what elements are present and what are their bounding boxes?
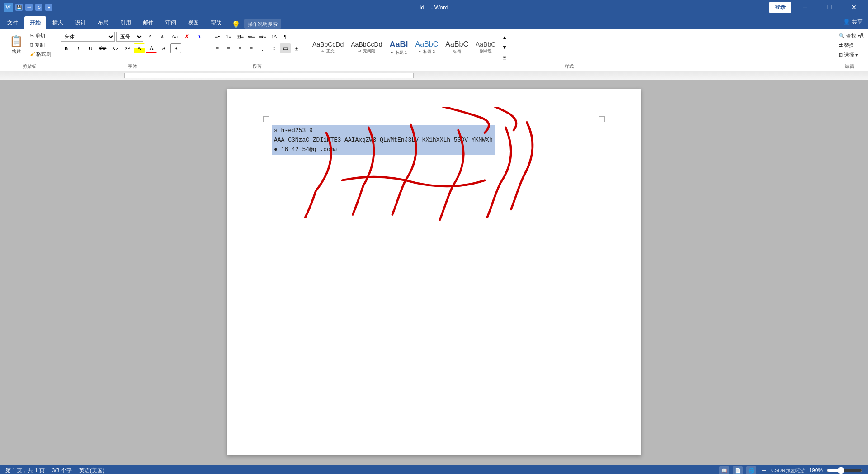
highlight-button[interactable]: A [134,43,145,53]
paste-icon: 📋 [9,35,23,47]
replace-button[interactable]: ⇄ 替换 [837,41,856,49]
style-h2-label: ↵ 标题 2 [419,49,435,55]
multilevel-list-button[interactable]: ⊞≡ [235,32,245,42]
superscript-button[interactable]: X² [122,43,132,53]
copy-button[interactable]: ⧉ 复制 [28,41,53,49]
web-view-button[interactable]: 🌐 [746,466,756,474]
columns-button[interactable]: ⫿ [257,43,268,53]
justify-button[interactable]: ≡ [246,43,257,53]
ribbon-right-area: 👤 共享 [843,18,868,26]
zoom-slider[interactable] [826,467,863,474]
align-center-button[interactable]: ≡ [223,43,234,53]
text-line1: s h-ed253 9 [274,126,493,136]
ruler [0,71,868,80]
underline-button[interactable]: U [85,43,96,53]
style-h1[interactable]: AaBl ↵ 标题 1 [387,39,411,57]
styles-scroll-up[interactable]: ▲ [499,33,510,43]
minimize-button[interactable]: ─ [795,0,816,14]
tab-file[interactable]: 文件 [2,16,24,29]
font-label: 字体 [128,63,137,70]
font-color-button[interactable]: A [146,43,157,53]
tab-design[interactable]: 设计 [70,16,91,29]
group-clipboard: 📋 粘贴 ✂ 剪切 ⧉ 复制 🖌 格式刷 [2,31,57,71]
sort-button[interactable]: ↕A [269,32,279,42]
read-view-button[interactable]: 📖 [719,466,729,474]
select-label: 选择 ▾ [844,52,858,58]
print-view-button[interactable]: 📄 [733,466,743,474]
styles-more[interactable]: ⊟ [499,52,510,62]
ribbon-top: 文件 开始 插入 设计 布局 引用 邮件 审阅 视图 帮助 💡 操作说明搜索 👤… [0,14,868,29]
help-lightbulb-icon[interactable]: 💡 [231,20,241,29]
customize-qat-button[interactable]: ▾ [45,4,52,11]
tab-home[interactable]: 开始 [24,16,46,29]
style-subtitle[interactable]: AaBbC 副标题 [473,40,498,55]
borders-button[interactable]: ⊞ [291,43,302,53]
text-effects-button[interactable]: A [193,32,204,42]
group-font: 宋体 五号 A A Aa ✗ A B I U abc X₂ [57,31,208,71]
login-button[interactable]: 登录 [769,2,791,13]
shrink-font-button[interactable]: A [157,32,168,42]
show-formatting-button[interactable]: ¶ [280,32,291,42]
document-page[interactable]: s h-ed253 9 AAA C3NzaC ZDI1NTE3 AAIAxqZW… [227,89,641,455]
ruler-scale [124,73,414,78]
zoom-level: 190% [809,467,823,474]
increase-indent-button[interactable]: ⇒≡ [257,32,268,42]
collapse-ribbon-button[interactable]: ∧ [859,31,864,39]
style-normal[interactable]: AaBbCcDd ↵ 正文 [310,40,346,55]
shading-button[interactable]: ▭ [280,43,291,53]
close-button[interactable]: ✕ [844,0,864,14]
grow-font-button[interactable]: A [145,32,156,42]
tab-review[interactable]: 审阅 [160,16,182,29]
tab-insert[interactable]: 插入 [47,16,69,29]
font-format-row: B I U abc X₂ X² A A A A [61,43,181,53]
save-button[interactable]: 💾 [15,4,23,11]
undo-button[interactable]: ↩ [25,4,33,11]
styles-list: AaBbCcDd ↵ 正文 AaBbCcDd ↵ 无间隔 AaBl ↵ 标题 1… [310,32,498,63]
styles-scroll-down[interactable]: ▼ [499,43,510,52]
change-case-button[interactable]: Aa [169,32,180,42]
share-button[interactable]: 👤 共享 [843,18,863,26]
subscript-button[interactable]: X₂ [109,43,120,53]
style-h2[interactable]: AaBbC ↵ 标题 2 [413,39,441,56]
tab-layout[interactable]: 布局 [92,16,114,29]
corner-marker-tl [263,116,269,122]
scissors-icon: ✂ [30,33,34,39]
ribbon-tabs: 文件 开始 插入 设计 布局 引用 邮件 审阅 视图 帮助 💡 操作说明搜索 [0,14,283,29]
tab-view[interactable]: 视图 [183,16,204,29]
zoom-separator: ─ [762,467,766,474]
word-count: 3/3 个字 [52,467,72,474]
align-right-button[interactable]: ≡ [235,43,245,53]
restore-button[interactable]: □ [819,0,840,14]
redo-button[interactable]: ↻ [35,4,42,11]
search-box[interactable]: 操作说明搜索 [244,19,281,29]
font-size-select[interactable]: 五号 [116,32,143,42]
find-label: 查找 ▾ [846,33,860,39]
font-shading-button[interactable]: A [158,43,169,53]
line-spacing-button[interactable]: ↕ [269,43,279,53]
status-bar: 第 1 页，共 1 页 3/3 个字 英语(美国) 📖 📄 🌐 ─ CSDN@麦… [0,465,868,474]
replace-icon: ⇄ [839,43,843,48]
clear-format-button[interactable]: ✗ [181,32,192,42]
tab-references[interactable]: 引用 [115,16,137,29]
group-paragraph: ≡• 1≡ ⊞≡ ⇐≡ ⇒≡ ↕A ¶ ≡ ≡ ≡ ≡ ⫿ ↕ ▭ ⊞ [208,31,306,71]
style-no-spacing[interactable]: AaBbCcDd ↵ 无间隔 [348,40,385,55]
paste-button[interactable]: 📋 粘贴 [5,32,27,58]
numbering-button[interactable]: 1≡ [223,32,234,42]
person-icon: 👤 [843,19,850,25]
bullets-button[interactable]: ≡• [212,32,223,42]
format-painter-button[interactable]: 🖌 格式刷 [28,50,53,58]
align-left-button[interactable]: ≡ [212,43,223,53]
font-name-select[interactable]: 宋体 [61,32,115,42]
select-button[interactable]: ⊡ 选择 ▾ [837,51,860,59]
tab-help[interactable]: 帮助 [205,16,227,29]
bold-button[interactable]: B [61,43,71,53]
style-title[interactable]: AaBbC 标题 [443,39,471,56]
border-button[interactable]: A [170,43,181,53]
decrease-indent-button[interactable]: ⇐≡ [246,32,257,42]
cut-button[interactable]: ✂ 剪切 [28,32,53,40]
find-button[interactable]: 🔍 查找 ▾ [837,32,862,40]
italic-button[interactable]: I [73,43,84,53]
strikethrough-button[interactable]: abc [97,43,108,53]
ribbon: 文件 开始 插入 设计 布局 引用 邮件 审阅 视图 帮助 💡 操作说明搜索 👤… [0,14,868,29]
tab-mailings[interactable]: 邮件 [137,16,159,29]
